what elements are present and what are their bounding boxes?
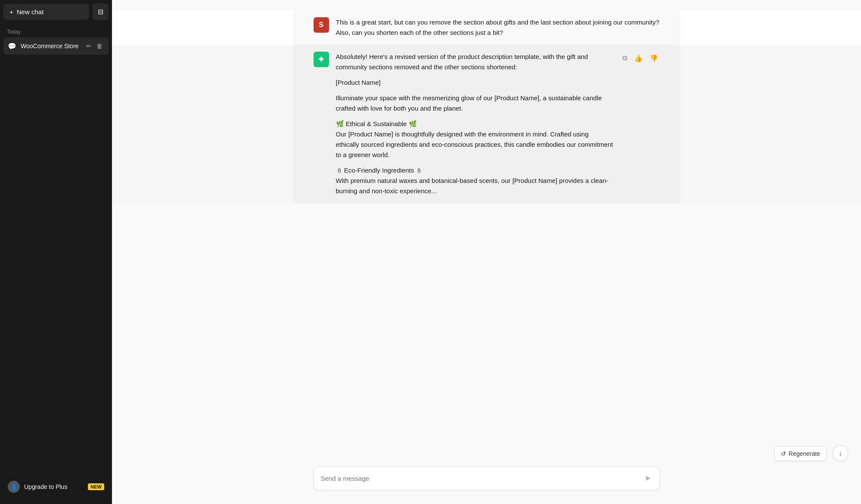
assistant-message-wrapper: ✦ Absolutely! Here's a revised version o… <box>112 45 861 203</box>
copy-icon: ⧉ <box>622 54 627 62</box>
user-avatar-text: S <box>319 21 323 29</box>
assistant-message-row: ✦ Absolutely! Here's a revised version o… <box>293 45 681 203</box>
gpt-icon: ✦ <box>317 54 325 65</box>
assistant-message-content: Absolutely! Here's a revised version of … <box>336 52 614 196</box>
delete-button[interactable]: 🗑 <box>95 42 104 50</box>
user-message-text: This is a great start, but can you remov… <box>336 17 660 38</box>
chat-item-icon: 💬 <box>8 42 16 50</box>
regenerate-label: Regenerate <box>789 450 820 457</box>
thumbup-button[interactable]: 👍 <box>632 53 644 64</box>
user-icon-symbol: 👤 <box>10 483 18 490</box>
gpt-avatar: ✦ <box>314 52 329 67</box>
assistant-message-actions: ⧉ 👍 👎 <box>621 52 660 196</box>
new-chat-label: New chat <box>17 8 44 15</box>
toggle-icon: ⊟ <box>98 8 103 15</box>
chat-item-actions: ✏ 🗑 <box>84 42 104 50</box>
scroll-down-button[interactable]: ↓ <box>833 445 848 461</box>
rename-button[interactable]: ✏ <box>84 42 93 50</box>
assistant-text-ethical: 🌿 Ethical & Sustainable 🌿Our [Product Na… <box>336 119 614 160</box>
chat-item-label: WooCommerce Store <box>21 43 80 49</box>
send-icon: ➤ <box>644 474 651 482</box>
assistant-text-product-name: [Product Name] <box>336 77 614 88</box>
new-badge: NEW <box>88 483 104 490</box>
thumbdown-icon: 👎 <box>650 55 658 62</box>
thumbdown-button[interactable]: 👎 <box>648 53 660 64</box>
plus-icon: + <box>9 8 13 15</box>
thumbup-icon: 👍 <box>634 55 643 62</box>
today-section-label: Today <box>3 27 109 37</box>
chat-messages: S This is a great start, but can you rem… <box>112 0 861 459</box>
regenerate-button[interactable]: ↺ Regenerate <box>774 446 827 461</box>
message-input[interactable] <box>321 475 643 482</box>
assistant-text-intro: Absolutely! Here's a revised version of … <box>336 52 614 72</box>
assistant-text-intro-body: Illuminate your space with the mesmerizi… <box>336 93 614 114</box>
sidebar-item-woocommerce[interactable]: 💬 WooCommerce Store ✏ 🗑 <box>3 37 109 55</box>
user-message-wrapper: S This is a great start, but can you rem… <box>112 10 861 45</box>
input-container: ➤ <box>314 466 660 490</box>
main-content: S This is a great start, but can you rem… <box>112 0 861 504</box>
send-button[interactable]: ➤ <box>643 473 653 484</box>
scroll-down-icon: ↓ <box>839 449 842 457</box>
user-message-row: S This is a great start, but can you rem… <box>293 10 681 45</box>
copy-button[interactable]: ⧉ <box>621 53 629 64</box>
user-avatar-icon: 👤 <box>8 481 20 493</box>
sidebar: + New chat ⊟ Today 💬 WooCommerce Store ✏… <box>0 0 112 504</box>
user-message-content: This is a great start, but can you remov… <box>336 17 660 38</box>
sidebar-bottom: 👤 Upgrade to Plus NEW <box>3 473 109 501</box>
sidebar-top: + New chat ⊟ <box>3 3 109 20</box>
regenerate-icon: ↺ <box>781 450 786 457</box>
input-area: ➤ <box>293 459 681 501</box>
sidebar-toggle-button[interactable]: ⊟ <box>93 3 109 20</box>
user-avatar: S <box>314 17 329 33</box>
upgrade-to-plus-button[interactable]: 👤 Upgrade to Plus NEW <box>3 476 109 497</box>
upgrade-label: Upgrade to Plus <box>24 483 67 490</box>
assistant-text-eco: 🕯 Eco-Friendly Ingredients 🕯With premium… <box>336 165 614 196</box>
new-chat-button[interactable]: + New chat <box>3 4 89 20</box>
